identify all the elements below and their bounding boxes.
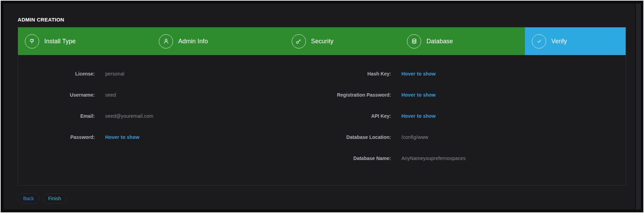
hover-to-show-link[interactable]: Hover to show bbox=[401, 92, 436, 98]
page-title: ADMIN CREATION bbox=[18, 17, 64, 23]
hover-to-show-link[interactable]: Hover to show bbox=[401, 113, 436, 119]
wizard-step-admin-info[interactable]: Admin Info bbox=[152, 27, 285, 55]
wizard-actions: Back Finish bbox=[18, 193, 66, 204]
key-icon bbox=[292, 34, 306, 48]
finish-button[interactable]: Finish bbox=[43, 193, 66, 204]
field-label: License: bbox=[18, 71, 95, 77]
signpost-icon bbox=[25, 34, 39, 48]
screenshot-frame: ADMIN CREATION Install Type bbox=[0, 0, 644, 213]
field-label: Password: bbox=[18, 134, 95, 140]
field-label: Hash Key: bbox=[322, 71, 391, 77]
hover-to-show-link[interactable]: Hover to show bbox=[105, 134, 139, 140]
wizard-step-label: Install Type bbox=[44, 38, 76, 45]
main-panel: ADMIN CREATION Install Type bbox=[3, 3, 635, 210]
review-row: Database Name: AnyNameyouprefernospaces bbox=[322, 148, 626, 169]
wizard-step-label: Admin Info bbox=[178, 38, 208, 45]
field-label: Database Location: bbox=[322, 134, 391, 140]
field-value: personal bbox=[105, 71, 124, 77]
field-label: API Key: bbox=[322, 113, 391, 119]
field-label: Email: bbox=[18, 113, 95, 119]
wizard-step-label: Security bbox=[311, 38, 334, 45]
scrollbar[interactable] bbox=[636, 3, 641, 210]
review-row: License: personal bbox=[18, 63, 322, 84]
field-label: Database Name: bbox=[322, 156, 391, 161]
field-label: Username: bbox=[18, 92, 95, 98]
wizard-step-install-type[interactable]: Install Type bbox=[18, 27, 152, 55]
verify-review: License: personal Username: seed Email: … bbox=[18, 55, 626, 169]
review-row: Hash Key: Hover to show bbox=[322, 63, 626, 84]
database-icon bbox=[407, 34, 421, 48]
review-row: API Key: Hover to show bbox=[322, 105, 626, 126]
review-row: Database Location: /config/www bbox=[322, 126, 626, 148]
back-button[interactable]: Back bbox=[18, 193, 39, 204]
field-value: AnyNameyouprefernospaces bbox=[401, 156, 465, 161]
review-column-left: License: personal Username: seed Email: … bbox=[18, 63, 322, 169]
field-label: Registration Password: bbox=[322, 92, 391, 98]
review-row: Registration Password: Hover to show bbox=[322, 84, 626, 105]
field-value: /config/www bbox=[401, 134, 428, 140]
wizard-steps-bar: Install Type Admin Info bbox=[18, 27, 626, 55]
wizard-step-security[interactable]: Security bbox=[285, 27, 400, 55]
hover-to-show-link[interactable]: Hover to show bbox=[401, 71, 436, 77]
check-icon bbox=[532, 34, 546, 48]
admin-creation-wizard: Install Type Admin Info bbox=[18, 27, 626, 186]
wizard-step-verify[interactable]: Verify bbox=[525, 27, 626, 55]
field-value: seed@youremail.com bbox=[105, 113, 153, 119]
review-row: Username: seed bbox=[18, 84, 322, 105]
field-value: seed bbox=[105, 92, 116, 98]
review-row: Password: Hover to show bbox=[18, 126, 322, 148]
wizard-step-label: Database bbox=[426, 38, 453, 45]
user-icon bbox=[159, 34, 173, 48]
review-row: Email: seed@youremail.com bbox=[18, 105, 322, 126]
wizard-step-label: Verify bbox=[551, 38, 567, 45]
review-column-right: Hash Key: Hover to show Registration Pas… bbox=[322, 63, 626, 169]
wizard-step-database[interactable]: Database bbox=[400, 27, 525, 55]
